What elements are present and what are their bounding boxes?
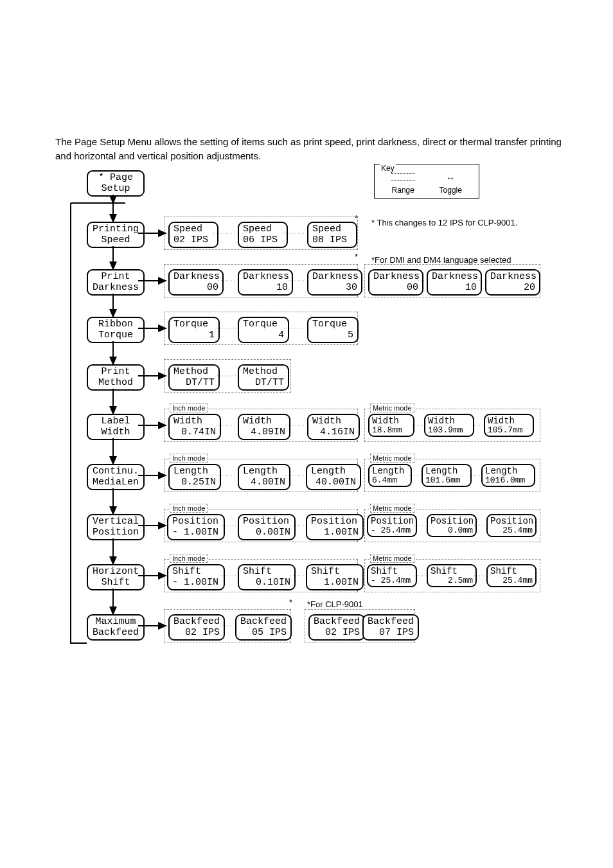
val-t: Method bbox=[173, 367, 215, 378]
val-v: 08 IPS bbox=[312, 235, 352, 246]
val-t: Position bbox=[371, 517, 413, 526]
menu-l1: Print bbox=[92, 272, 139, 283]
val-t: Length bbox=[243, 466, 285, 477]
menu-vertical-position: Vertical Position bbox=[87, 514, 145, 540]
menu-ribbon-torque: Ribbon Torque bbox=[87, 317, 145, 343]
val-t: Width bbox=[173, 416, 216, 427]
val-v: - 25.4mm bbox=[371, 576, 413, 585]
tag-metric: Metric mode bbox=[370, 504, 414, 513]
val-v: 0.25IN bbox=[173, 477, 216, 488]
val-t: Darkness bbox=[312, 272, 357, 283]
val-v: 25.4mm bbox=[490, 526, 533, 535]
val-dark-0: Darkness00 bbox=[168, 269, 224, 296]
val-t: Shift bbox=[431, 567, 473, 576]
val-t: Speed bbox=[173, 224, 213, 235]
val-v: 105.7mm bbox=[488, 426, 530, 435]
val-method-1: MethodDT/TT bbox=[238, 364, 289, 391]
val-v: 10 bbox=[432, 283, 477, 294]
val-dark-1: Darkness10 bbox=[238, 269, 293, 296]
val-t: Length bbox=[173, 466, 216, 477]
val-t: Position bbox=[243, 517, 290, 527]
val-method-0: MethodDT/TT bbox=[168, 364, 220, 391]
menu-l1: Vertical bbox=[92, 517, 139, 527]
val-back-0: Backfeed02 IPS bbox=[168, 614, 225, 641]
val-t: Darkness bbox=[173, 272, 218, 283]
val-t: Width bbox=[488, 416, 530, 426]
val-v: - 1.00IN bbox=[172, 578, 220, 589]
star-marker: * bbox=[355, 252, 358, 261]
menu-l2: Width bbox=[92, 427, 139, 438]
val-width-mm-1: Width103.9mm bbox=[424, 414, 474, 437]
val-width-in-1: Width4.09IN bbox=[238, 414, 290, 440]
menu-l2: Darkness bbox=[92, 283, 139, 294]
val-v: 02 IPS bbox=[173, 628, 220, 639]
val-t: Position bbox=[490, 517, 533, 526]
val-vpos-mm-0: Position- 25.4mm bbox=[367, 514, 417, 537]
val-t: Shift bbox=[311, 567, 359, 578]
val-v: 0.00IN bbox=[243, 527, 290, 538]
val-t: Length bbox=[311, 466, 356, 477]
val-t: Torque bbox=[312, 319, 353, 330]
menu-horizont-shift: Horizont Shift bbox=[87, 564, 145, 590]
tag-metric: Metric mode bbox=[370, 454, 414, 463]
menu-l1: Maximum bbox=[92, 617, 139, 628]
menu-l1: Label bbox=[92, 416, 139, 427]
val-v: DT/TT bbox=[243, 378, 284, 389]
menu-l2: Torque bbox=[92, 330, 139, 341]
legend-range-label: Range bbox=[380, 185, 426, 195]
val-v: 101.6mm bbox=[425, 476, 468, 485]
val-v: DT/TT bbox=[173, 378, 215, 389]
val-v: 0.10IN bbox=[243, 578, 290, 589]
val-t: Width bbox=[243, 416, 285, 427]
val-v: 40.00IN bbox=[311, 477, 356, 488]
val-hshift-in-2: Shift1.00IN bbox=[306, 564, 364, 590]
val-vpos-in-1: Position0.00IN bbox=[238, 514, 296, 540]
val-v: 20 bbox=[490, 283, 535, 294]
val-torque-0: Torque1 bbox=[168, 317, 220, 343]
note-clp9001-ips: * This changes to 12 IPS for CLP-9001. bbox=[371, 218, 517, 227]
val-v: 4.09IN bbox=[243, 427, 285, 438]
val-v: 103.9mm bbox=[428, 426, 470, 435]
note-clp9001: *For CLP-9001 bbox=[307, 599, 363, 609]
val-len-in-0: Length0.25IN bbox=[168, 464, 221, 490]
val-t: Darkness bbox=[243, 272, 288, 283]
tag-inch: Inch mode bbox=[170, 454, 208, 463]
val-v: 07 IPS bbox=[368, 628, 414, 639]
menu-l2: Speed bbox=[92, 235, 139, 246]
val-hshift-mm-2: Shift25.4mm bbox=[486, 564, 537, 587]
val-back-alt-0: Backfeed02 IPS bbox=[308, 614, 365, 641]
val-v: 6.4mm bbox=[372, 476, 408, 485]
val-speed-1: Speed06 IPS bbox=[238, 222, 288, 248]
menu-l1: Print bbox=[92, 367, 139, 378]
tag-inch: Inch mode bbox=[170, 403, 208, 412]
val-t: Torque bbox=[243, 319, 284, 330]
val-v: 2.5mm bbox=[431, 576, 473, 585]
menu-maximum-backfeed: Maximum Backfeed bbox=[87, 614, 145, 641]
val-dark-2: Darkness30 bbox=[307, 269, 362, 296]
val-hshift-mm-1: Shift2.5mm bbox=[427, 564, 477, 587]
val-t: Darkness bbox=[490, 272, 535, 283]
val-v: 1016.0mm bbox=[485, 476, 531, 485]
val-v: 06 IPS bbox=[243, 235, 283, 246]
legend-toggle-symbol: ↔ bbox=[427, 172, 474, 184]
val-t: Method bbox=[243, 367, 284, 378]
val-v: 4 bbox=[243, 330, 284, 341]
menu-l1: Ribbon bbox=[92, 319, 139, 330]
val-vpos-in-0: Position- 1.00IN bbox=[167, 514, 225, 540]
val-v: 4.00IN bbox=[243, 477, 285, 488]
val-t: Backfeed bbox=[314, 617, 360, 628]
val-t: Speed bbox=[312, 224, 352, 235]
val-v: 0.0mm bbox=[431, 526, 473, 535]
val-t: Torque bbox=[173, 319, 215, 330]
menu-l2: Shift bbox=[92, 578, 139, 589]
val-v: 18.8mm bbox=[372, 426, 411, 435]
menu-l2: MediaLen bbox=[92, 477, 139, 488]
legend-toggle-label: Toggle bbox=[427, 185, 474, 195]
root-page-setup: * Page Setup bbox=[87, 170, 145, 197]
val-back-alt-1: Backfeed07 IPS bbox=[362, 614, 419, 641]
val-hshift-in-0: Shift- 1.00IN bbox=[167, 564, 225, 590]
val-v: 4.16IN bbox=[312, 427, 355, 438]
val-len-in-2: Length40.00IN bbox=[306, 464, 361, 490]
val-torque-2: Torque5 bbox=[307, 317, 359, 343]
menu-label-width: Label Width bbox=[87, 414, 145, 440]
